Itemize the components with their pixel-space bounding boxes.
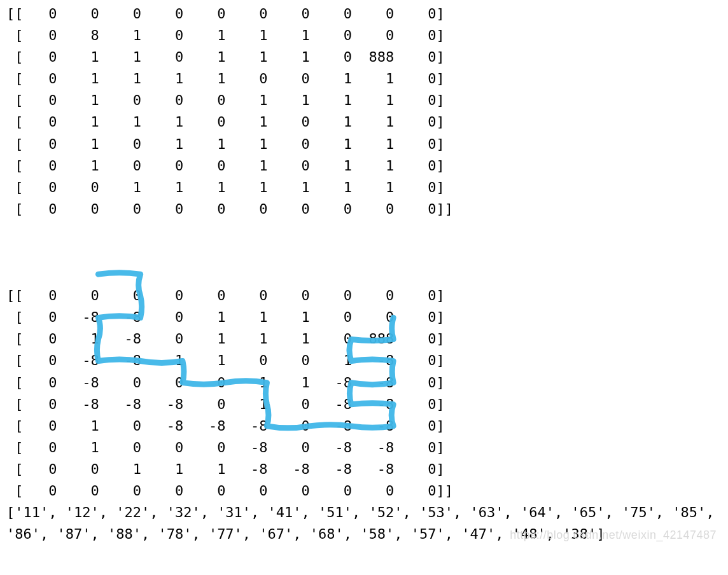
matrix-2-output: [[ 0 0 0 0 0 0 0 0 0 0] [ 0 -8 -8 0 1 1 …	[6, 242, 722, 502]
matrix-row: [ 0 -8 -8 -8 0 1 0 -8 -8 0]	[6, 394, 722, 415]
matrix-row: [ 0 1 1 0 1 1 1 0 888 0]	[6, 46, 722, 68]
matrix-row: [ 0 -8 -8 1 1 0 0 1 -8 0]	[6, 350, 722, 371]
matrix-row: [ 0 1 0 -8 -8 -8 0 -8 -8 0]	[6, 415, 722, 437]
matrix-row: [ 0 0 0 0 0 0 0 0 0 0]]	[6, 480, 722, 502]
matrix-row: [ 0 -8 -8 0 1 1 1 0 0 0]	[6, 307, 722, 328]
matrix-row: [ 0 -8 0 0 0 1 1 -8 -8 0]	[6, 372, 722, 394]
matrix-row: [ 0 0 1 1 1 1 1 1 1 0]	[6, 177, 722, 198]
matrix-row: [ 0 8 1 0 1 1 1 0 0 0]	[6, 25, 722, 46]
matrix-row: [ 0 1 -8 0 1 1 1 0 888 0]	[6, 328, 722, 350]
matrix-row: [ 0 1 0 0 0 1 0 1 1 0]	[6, 155, 722, 177]
matrix-row: [ 0 1 0 0 0 -8 0 -8 -8 0]	[6, 437, 722, 459]
matrix-row: [[ 0 0 0 0 0 0 0 0 0 0]	[6, 3, 722, 25]
watermark-text: https://blog.csdn.net/weixin_42147487	[510, 527, 717, 544]
matrix-row: [ 0 1 1 1 1 0 0 1 1 0]	[6, 68, 722, 90]
matrix-row: [ 0 1 0 1 1 1 0 1 1 0]	[6, 134, 722, 155]
matrix-1-output: [[ 0 0 0 0 0 0 0 0 0 0] [ 0 8 1 0 1 1 1 …	[6, 3, 722, 220]
matrix-row: [ 0 0 1 1 1 -8 -8 -8 -8 0]	[6, 459, 722, 480]
matrix-row: [ 0 1 1 1 0 1 0 1 1 0]	[6, 111, 722, 133]
matrix-row: [ 0 0 0 0 0 0 0 0 0 0]]	[6, 198, 722, 220]
matrix-row: [[ 0 0 0 0 0 0 0 0 0 0]	[6, 285, 722, 307]
matrix-row: [ 0 1 0 0 0 1 1 1 1 0]	[6, 90, 722, 111]
